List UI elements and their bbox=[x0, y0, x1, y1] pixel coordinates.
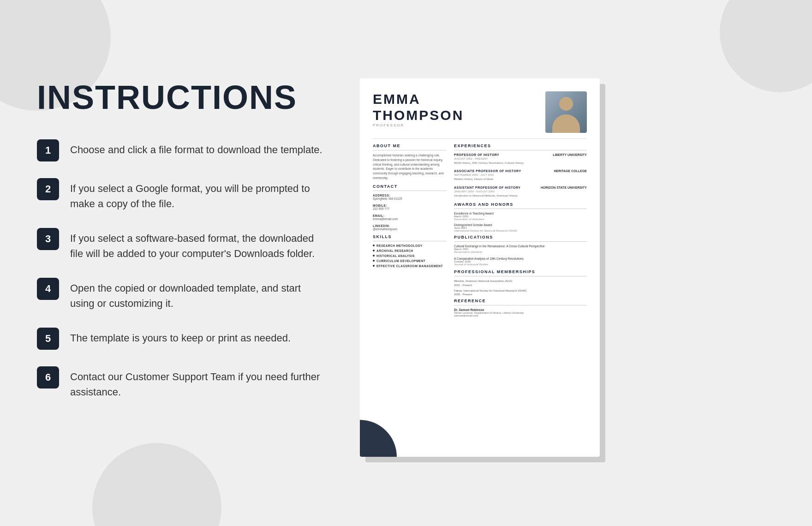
pub-section-title: PUBLICATIONS bbox=[454, 235, 587, 239]
skill-bullet bbox=[373, 245, 375, 246]
skill-item-2: ARCHIVAL RESEARCH bbox=[373, 249, 447, 252]
photo-head bbox=[559, 97, 573, 111]
pub-list: Cultural Exchange in the Renaissance: A … bbox=[454, 245, 587, 266]
skill-text: CURRICULUM DEVELOPMENT bbox=[376, 259, 425, 263]
contact-linkedin: LinkedIn: @emmathompson bbox=[373, 224, 447, 231]
instruction-text-1: Choose and click a file format to downlo… bbox=[70, 139, 322, 157]
skill-bullet bbox=[373, 260, 375, 262]
instruction-text-3: If you select a software-based format, t… bbox=[70, 228, 323, 261]
instruction-text-2: If you select a Google format, you will … bbox=[70, 178, 323, 211]
exp-item-1: PROFESSOR OF HISTORY LIBERTY UNIVERSITY … bbox=[454, 153, 587, 165]
skills-list: RESEARCH METHODOLOGY ARCHIVAL RESEARCH H… bbox=[373, 244, 447, 268]
skill-text: HISTORICAL ANALYSIS bbox=[376, 254, 415, 257]
exp-company: HERITAGE COLLEGE bbox=[554, 169, 587, 173]
instruction-text-5: The template is yours to keep or print a… bbox=[70, 328, 291, 346]
instruction-item-3: 3 If you select a software-based format,… bbox=[37, 228, 323, 261]
skill-bullet bbox=[373, 250, 375, 251]
exp-role: ASSISTANT PROFESSOR OF HISTORY bbox=[454, 186, 520, 189]
membership-divider bbox=[454, 276, 587, 276]
main-container: INSTRUCTIONS 1 Choose and click a file f… bbox=[0, 42, 812, 484]
pub-item-1: Cultural Exchange in the Renaissance: A … bbox=[454, 245, 587, 253]
instruction-number-4: 4 bbox=[37, 278, 59, 300]
membership-list: Member, American Historical Association … bbox=[454, 279, 587, 297]
award-title: Distinguished Scholar Award bbox=[454, 223, 587, 227]
skills-section-title: SKILLS bbox=[373, 234, 447, 239]
instruction-number-1: 1 bbox=[37, 139, 59, 161]
exp-header-row: ASSOCIATE PROFESSOR OF HISTORY HERITAGE … bbox=[454, 169, 587, 173]
pub-item-2: A Comparative Analysis of 18th-Century R… bbox=[454, 257, 587, 266]
contact-divider bbox=[373, 191, 447, 191]
skills-divider bbox=[373, 241, 447, 241]
resume-left-col: ABOUT ME Accomplished historian seeking … bbox=[373, 143, 447, 317]
exp-role: PROFESSOR OF HISTORY bbox=[454, 153, 499, 156]
instruction-text-4: Open the copied or downloaded template, … bbox=[70, 278, 323, 311]
instruction-number-6: 6 bbox=[37, 366, 59, 389]
pub-title: A Comparative Analysis of 18th-Century R… bbox=[454, 257, 587, 260]
header-divider bbox=[373, 138, 587, 139]
exp-header-row: ASSISTANT PROFESSOR OF HISTORY HORIZON S… bbox=[454, 186, 587, 189]
ref-divider bbox=[454, 305, 587, 305]
skill-text: ARCHIVAL RESEARCH bbox=[376, 249, 413, 252]
skill-item-3: HISTORICAL ANALYSIS bbox=[373, 254, 447, 257]
contact-section-title: CONTACT bbox=[373, 184, 447, 189]
resume-right-col: EXPERIENCES PROFESSOR OF HISTORY LIBERTY… bbox=[454, 143, 587, 317]
award-title: Excellence in Teaching Award bbox=[454, 212, 587, 215]
instructions-title: INSTRUCTIONS bbox=[37, 78, 323, 116]
resume-bottom-circle bbox=[360, 420, 397, 457]
about-text: Accomplished historian seeking a challen… bbox=[373, 153, 447, 180]
ref-section-title: REFERENCE bbox=[454, 299, 587, 303]
skill-bullet bbox=[373, 265, 375, 267]
resume-header: EMMA THOMPSON PROFESSOR bbox=[373, 91, 587, 133]
instruction-item-1: 1 Choose and click a file format to down… bbox=[37, 139, 323, 161]
award-org: Association of Historians bbox=[454, 218, 587, 221]
instruction-number-5: 5 bbox=[37, 328, 59, 350]
award-item-1: Excellence in Teaching Award March 2052 … bbox=[454, 212, 587, 221]
instruction-text-6: Contact our Customer Support Team if you… bbox=[70, 366, 323, 400]
instruction-item-2: 2 If you select a Google format, you wil… bbox=[37, 178, 323, 211]
instructions-list: 1 Choose and click a file format to down… bbox=[37, 139, 323, 400]
photo-body bbox=[552, 114, 580, 133]
resume-name: EMMA THOMPSON bbox=[373, 91, 464, 123]
skill-text: EFFECTIVE CLASSROOM MANAGEMENT bbox=[376, 264, 443, 268]
award-org: International Society for Historical Res… bbox=[454, 229, 587, 232]
exp-item-3: ASSISTANT PROFESSOR OF HISTORY HORIZON S… bbox=[454, 186, 587, 197]
resume-body: ABOUT ME Accomplished historian seeking … bbox=[373, 143, 587, 317]
exp-header-row: PROFESSOR OF HISTORY LIBERTY UNIVERSITY bbox=[454, 153, 587, 156]
resume-name-block: EMMA THOMPSON PROFESSOR bbox=[373, 91, 464, 132]
contact-mobile: Mobile: 222 555 777 bbox=[373, 204, 447, 210]
instruction-item-6: 6 Contact our Customer Support Team if y… bbox=[37, 366, 323, 400]
instruction-item-5: 5 The template is yours to keep or print… bbox=[37, 328, 323, 350]
exp-date: JANUARY 2050 - AUGUST 2050 bbox=[454, 190, 587, 193]
membership-item-1: Member, American Historical Association … bbox=[454, 279, 587, 287]
pub-divider bbox=[454, 241, 587, 242]
award-item-2: Distinguished Scholar Award June 2051 In… bbox=[454, 223, 587, 232]
awards-list: Excellence in Teaching Award March 2052 … bbox=[454, 212, 587, 232]
exp-divider bbox=[454, 150, 587, 150]
contact-email: Email: emma@email.com bbox=[373, 214, 447, 221]
exp-section-title: EXPERIENCES bbox=[454, 143, 587, 148]
exp-company: HORIZON STATE UNIVERSITY bbox=[541, 186, 587, 189]
membership-section-title: PROFESSIONAL MEMBERSHIPS bbox=[454, 269, 587, 274]
skill-item-4: CURRICULUM DEVELOPMENT bbox=[373, 259, 447, 263]
exp-role: ASSOCIATE PROFESSOR OF HISTORY bbox=[454, 169, 521, 173]
pub-journal: Journal of Historical Studies bbox=[454, 263, 587, 266]
instruction-number-3: 3 bbox=[37, 228, 59, 250]
exp-desc: Modern History, History of Ideas bbox=[454, 177, 587, 181]
skill-bullet bbox=[373, 255, 375, 257]
awards-section-title: AWARDS AND HONORS bbox=[454, 202, 587, 207]
exp-item-2: ASSOCIATE PROFESSOR OF HISTORY HERITAGE … bbox=[454, 169, 587, 181]
resume-card: EMMA THOMPSON PROFESSOR ABOUT ME bbox=[360, 78, 600, 457]
resume-preview-wrapper: EMMA THOMPSON PROFESSOR ABOUT ME bbox=[360, 78, 600, 457]
exp-date: AUGUST 2052 - PRESENT bbox=[454, 157, 587, 160]
pub-journal: Renaissance Quarterly bbox=[454, 251, 587, 253]
instruction-number-2: 2 bbox=[37, 178, 59, 200]
contact-address: Address: Springfield, MA 01105 bbox=[373, 194, 447, 200]
exp-company: LIBERTY UNIVERSITY bbox=[553, 153, 587, 156]
about-divider bbox=[373, 150, 447, 150]
resume-title: PROFESSOR bbox=[373, 123, 464, 127]
instructions-panel: INSTRUCTIONS 1 Choose and click a file f… bbox=[37, 69, 323, 416]
exp-desc: World History, 18th-Century Revolutions,… bbox=[454, 161, 587, 165]
awards-divider bbox=[454, 209, 587, 209]
exp-desc: Introduction to Historical Methods, Amer… bbox=[454, 194, 587, 197]
membership-item-2: Fellow, International Society for Histor… bbox=[454, 289, 587, 297]
